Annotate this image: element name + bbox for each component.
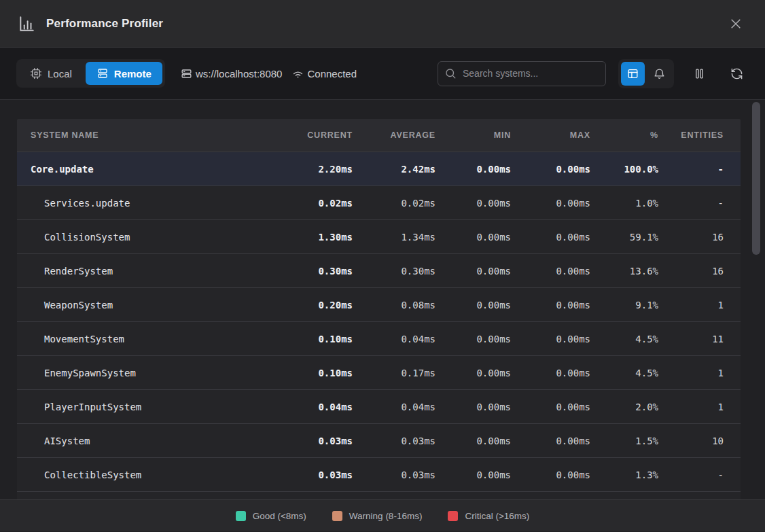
page-title: Performance Profiler xyxy=(46,17,713,31)
table-view-button[interactable] xyxy=(621,62,645,86)
table-row[interactable]: CollectibleSystem0.03ms0.03ms0.00ms0.00m… xyxy=(17,457,741,491)
cell-average: 0.30ms xyxy=(353,266,435,277)
cell-max: 0.00ms xyxy=(511,436,590,446)
bar-chart-icon xyxy=(18,15,35,33)
table-row[interactable]: PlayerInputSystem0.04ms0.04ms0.00ms0.00m… xyxy=(17,389,741,423)
cell-average: 0.04ms xyxy=(353,334,435,344)
cell-percent: 4.5% xyxy=(590,334,658,344)
cell-current: 0.10ms xyxy=(271,334,353,344)
cell-current: 0.04ms xyxy=(271,402,353,412)
legend-label: Critical (>16ms) xyxy=(465,511,529,521)
cell-current: 0.30ms xyxy=(271,266,353,277)
cell-system-name: RenderSystem xyxy=(17,266,271,277)
cell-system-name: Services.update xyxy=(17,198,271,209)
cell-max: 0.00ms xyxy=(511,469,590,480)
scrollbar-thumb[interactable] xyxy=(752,102,760,255)
cell-min: 0.00ms xyxy=(435,368,511,378)
table-row[interactable]: Core.update2.20ms2.42ms0.00ms0.00ms100.0… xyxy=(17,152,741,185)
main-area: SYSTEM NAMECURRENTAVERAGEMINMAX%ENTITIES… xyxy=(0,100,765,499)
remote-mode-button[interactable]: Remote xyxy=(86,62,162,85)
view-toggle-group xyxy=(618,59,674,88)
cell-percent: 4.5% xyxy=(590,368,658,378)
cell-percent: 59.1% xyxy=(590,232,658,243)
legend-swatch xyxy=(236,511,246,521)
column-header[interactable]: % xyxy=(590,130,658,140)
cell-current: 0.03ms xyxy=(271,436,353,446)
alerts-button[interactable] xyxy=(647,62,671,86)
cell-percent: 1.3% xyxy=(590,469,658,480)
search-input[interactable] xyxy=(438,61,606,86)
column-header[interactable]: MIN xyxy=(435,130,511,140)
cell-average: 0.03ms xyxy=(353,436,435,446)
close-icon xyxy=(729,17,743,31)
cell-entities: 1 xyxy=(658,402,724,412)
legend-item: Good (<8ms) xyxy=(236,511,306,521)
local-label: Local xyxy=(48,68,72,79)
table-row[interactable]: EnemySpawnSystem0.10ms0.17ms0.00ms0.00ms… xyxy=(17,355,741,389)
cell-min: 0.00ms xyxy=(435,436,511,446)
toolbar: Local Remote ws://localhost:8080 xyxy=(0,48,765,100)
window-header: Performance Profiler xyxy=(0,0,765,48)
table-icon xyxy=(626,67,639,80)
cell-current: 0.10ms xyxy=(271,368,353,378)
legend-item: Critical (>16ms) xyxy=(448,511,529,521)
table-row[interactable]: MovementSystem0.10ms0.04ms0.00ms0.00ms4.… xyxy=(17,321,741,355)
column-header[interactable]: SYSTEM NAME xyxy=(17,130,271,140)
cell-system-name: CollisionSystem xyxy=(17,232,271,243)
cell-average: 0.17ms xyxy=(353,368,435,378)
refresh-icon xyxy=(730,67,743,80)
cell-system-name: CollectibleSystem xyxy=(17,469,271,480)
cell-entities: 1 xyxy=(658,368,724,378)
legend-swatch xyxy=(448,511,458,521)
cell-system-name: PlayerInputSystem xyxy=(17,402,271,412)
cell-min: 0.00ms xyxy=(435,300,511,311)
cell-average: 0.08ms xyxy=(353,300,435,311)
cell-entities: 16 xyxy=(658,232,724,243)
table-row-partial xyxy=(17,491,741,499)
server-stack-icon xyxy=(180,67,193,80)
cell-current: 0.02ms xyxy=(271,198,353,209)
cell-average: 0.02ms xyxy=(353,198,435,209)
legend-label: Warning (8-16ms) xyxy=(349,511,423,521)
cell-average: 0.04ms xyxy=(353,402,435,412)
table-header-row: SYSTEM NAMECURRENTAVERAGEMINMAX%ENTITIES xyxy=(17,119,741,152)
cell-max: 0.00ms xyxy=(511,334,590,344)
cell-percent: 1.0% xyxy=(590,198,658,209)
cell-max: 0.00ms xyxy=(511,198,590,209)
table-row[interactable]: Services.update0.02ms0.02ms0.00ms0.00ms1… xyxy=(17,185,741,219)
search-icon xyxy=(444,67,457,79)
refresh-button[interactable] xyxy=(725,62,749,86)
table-row[interactable]: CollisionSystem1.30ms1.34ms0.00ms0.00ms5… xyxy=(17,219,741,253)
column-header[interactable]: ENTITIES xyxy=(658,130,724,140)
column-header[interactable]: AVERAGE xyxy=(353,130,435,140)
cell-min: 0.00ms xyxy=(435,402,511,412)
pause-button[interactable] xyxy=(688,62,711,86)
cell-system-name: EnemySpawnSystem xyxy=(17,368,271,378)
pause-icon xyxy=(693,67,706,80)
systems-table: SYSTEM NAMECURRENTAVERAGEMINMAX%ENTITIES… xyxy=(17,119,741,499)
cell-entities: - xyxy=(658,198,724,209)
cell-current: 1.30ms xyxy=(271,232,353,243)
table-row[interactable]: AISystem0.03ms0.03ms0.00ms0.00ms1.5%10 xyxy=(17,423,741,457)
cell-entities: 1 xyxy=(658,300,724,311)
cell-min: 0.00ms xyxy=(435,469,511,480)
scrollbar-track[interactable] xyxy=(752,102,760,499)
cell-system-name: Core.update xyxy=(17,164,271,175)
local-mode-button[interactable]: Local xyxy=(19,62,83,85)
table-row[interactable]: WeaponSystem0.20ms0.08ms0.00ms0.00ms9.1%… xyxy=(17,287,741,321)
cell-entities: - xyxy=(658,469,724,480)
legend-item: Warning (8-16ms) xyxy=(332,511,423,521)
cell-max: 0.00ms xyxy=(511,300,590,311)
cell-current: 2.20ms xyxy=(271,164,353,175)
cell-system-name: WeaponSystem xyxy=(17,300,271,311)
column-header[interactable]: CURRENT xyxy=(271,130,353,140)
cell-max: 0.00ms xyxy=(511,368,590,378)
legend-label: Good (<8ms) xyxy=(253,511,306,521)
cell-current: 0.20ms xyxy=(271,300,353,311)
cell-max: 0.00ms xyxy=(511,164,590,175)
table-row[interactable]: RenderSystem0.30ms0.30ms0.00ms0.00ms13.6… xyxy=(17,253,741,287)
column-header[interactable]: MAX xyxy=(511,130,590,140)
cell-percent: 13.6% xyxy=(590,266,658,277)
legend-swatch xyxy=(332,511,342,521)
close-button[interactable] xyxy=(724,12,747,35)
